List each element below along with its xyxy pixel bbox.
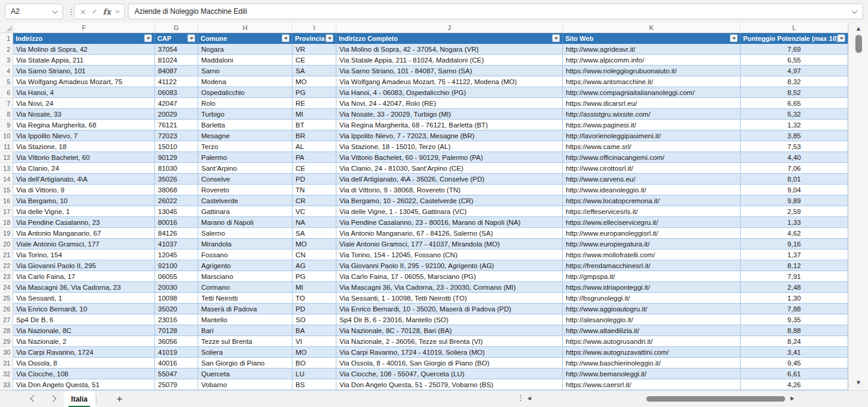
cell-indirizzo[interactable]: Via Sarno Striano, 101 [13, 66, 155, 76]
cell-comune[interactable]: Gattinara [198, 206, 293, 217]
cell-punteggio[interactable]: 8,88 [741, 325, 848, 336]
cell-cap[interactable]: 80016 [155, 217, 198, 228]
filter-button[interactable] [837, 34, 845, 42]
cell-punteggio[interactable]: 4,62 [741, 228, 848, 239]
cell-punteggio[interactable]: 2,59 [741, 206, 848, 217]
cell-provincia[interactable]: TO [293, 293, 336, 304]
row-number[interactable]: 25 [0, 293, 13, 304]
cell-indirizzo-completo[interactable]: Via Nosate, 33 - 20029, Turbigo (MI) [336, 109, 563, 120]
cell-indirizzo-completo[interactable]: Via Sarno Striano, 101 - 84087, Sarno (S… [336, 66, 563, 76]
row-number[interactable]: 2 [0, 44, 13, 55]
cell-indirizzo-completo[interactable]: Via Clanio, 24 - 81030, Sant’Arpino (CE) [336, 163, 563, 174]
cell-provincia[interactable]: RE [293, 98, 336, 109]
cell-punteggio[interactable]: 7,53 [741, 141, 848, 152]
cell-sito-web[interactable]: http://www.europanoleggisrl.it/ [563, 228, 741, 239]
cell-sito-web[interactable]: http://www.compagniaitaliananoleggi.com/ [563, 87, 741, 98]
cell-provincia[interactable]: SA [293, 228, 336, 239]
cell-indirizzo-completo[interactable]: Via Carpi Ravarino, 1724 - 41019, Solier… [336, 347, 563, 358]
cell-comune[interactable]: Agrigento [198, 260, 293, 271]
header-cell-indirizzo-completo[interactable]: Indirizzo Completo [336, 33, 563, 44]
cell-punteggio[interactable]: 9,16 [741, 239, 848, 249]
scroll-left-icon[interactable]: ◀ [527, 396, 531, 401]
header-cell-indirizzo[interactable]: Indirizzo [13, 33, 155, 44]
cell-punteggio[interactable]: 7,69 [741, 44, 848, 55]
cell-comune[interactable]: Turbigo [198, 109, 293, 120]
cell-cap[interactable]: 35020 [155, 304, 198, 314]
cell-cap[interactable]: 20030 [155, 282, 198, 293]
cell-indirizzo[interactable]: Via Nosate, 33 [13, 109, 155, 120]
row-number[interactable]: 11 [0, 141, 13, 152]
cell-indirizzo-completo[interactable]: Via Molino di Sopra, 42 - 37054, Nogara … [336, 44, 563, 55]
cell-indirizzo[interactable]: Via Carlo Faina, 17 [13, 271, 155, 282]
cell-sito-web[interactable]: https://frendamacchinesrl.it/ [563, 260, 741, 271]
cell-indirizzo-completo[interactable]: Via Ippolito Nievo, 7 - 72023, Mesagne (… [336, 130, 563, 141]
cell-indirizzo[interactable]: Via Vittorio Bachelet, 60 [13, 152, 155, 163]
cell-comune[interactable]: Mesagne [198, 130, 293, 141]
cell-indirizzo-completo[interactable]: Via Regina Margherita, 68 - 76121, Barle… [336, 120, 563, 130]
cell-indirizzo[interactable]: Via di Vittorio, 9 [13, 185, 155, 195]
header-cell-sito-web[interactable]: Sito Web [563, 33, 741, 44]
cell-indirizzo-completo[interactable]: Via Antonio Manganario, 67 - 84126, Sale… [336, 228, 563, 239]
cell-provincia[interactable]: NA [293, 217, 336, 228]
filter-button[interactable] [730, 34, 738, 42]
cell-indirizzo[interactable]: Via Enrico Bernardi, 10 [13, 304, 155, 314]
cell-provincia[interactable]: MO [293, 76, 336, 87]
cell-sito-web[interactable]: http://www.cirottosrl.it/ [563, 163, 741, 174]
cell-cap[interactable]: 72023 [155, 130, 198, 141]
cell-comune[interactable]: Modena [198, 76, 293, 87]
cell-punteggio[interactable]: 8,32 [741, 76, 848, 87]
cell-indirizzo[interactable]: Via Novi, 24 [13, 98, 155, 109]
column-letter-I[interactable]: I [293, 23, 336, 32]
cell-indirizzo[interactable]: Via Bergamo, 10 [13, 195, 155, 206]
cell-sito-web[interactable]: http://gmpspa.it/ [563, 271, 741, 282]
row-number[interactable]: 28 [0, 325, 13, 336]
row-number[interactable]: 31 [0, 358, 13, 369]
cell-indirizzo-completo[interactable]: Via Vittorio Bachelet, 60 - 90129, Paler… [336, 152, 563, 163]
cell-indirizzo-completo[interactable]: Via Nazionale, 8C - 70128, Bari (BA) [336, 325, 563, 336]
cell-punteggio[interactable]: 7,88 [741, 304, 848, 314]
cell-indirizzo-completo[interactable]: Via Mascagni 36, Via Cadorna, 23 - 20030… [336, 282, 563, 293]
cell-comune[interactable]: Maserà di Padova [198, 304, 293, 314]
cell-cap[interactable]: 41019 [155, 347, 198, 358]
cell-provincia[interactable]: AG [293, 260, 336, 271]
next-sheet-icon[interactable] [49, 395, 56, 402]
row-number[interactable]: 33 [0, 379, 13, 390]
horizontal-scrollbar-thumb[interactable] [646, 396, 785, 402]
cell-provincia[interactable]: CE [293, 55, 336, 66]
cell-provincia[interactable]: PD [293, 304, 336, 314]
cell-cap[interactable]: 13045 [155, 206, 198, 217]
cell-provincia[interactable]: PA [293, 152, 336, 163]
cell-indirizzo[interactable]: Via Hanoi, 4 [13, 87, 155, 98]
filter-button[interactable] [144, 34, 152, 42]
cell-punteggio[interactable]: 9,89 [741, 195, 848, 206]
cell-comune[interactable]: Ospedalicchio [198, 87, 293, 98]
cell-cap[interactable]: 84126 [155, 228, 198, 239]
cell-indirizzo[interactable]: Via Don Angelo Questa, 51 [13, 379, 155, 390]
cell-cap[interactable]: 35026 [155, 174, 198, 185]
row-number[interactable]: 1 [0, 33, 13, 44]
cell-provincia[interactable]: VR [293, 44, 336, 55]
cell-provincia[interactable]: MO [293, 347, 336, 358]
cell-indirizzo[interactable]: Via Nazionale, 2 [13, 336, 155, 347]
cell-comune[interactable]: Terzo [198, 141, 293, 152]
cell-indirizzo[interactable]: Via Regina Margherita, 68 [13, 120, 155, 130]
cell-cap[interactable]: 81030 [155, 163, 198, 174]
column-letter-F[interactable]: F [13, 23, 155, 32]
filter-button[interactable] [187, 34, 195, 42]
cell-indirizzo-completo[interactable]: Via Nazionale, 2 - 36056, Tezze sul Bren… [336, 336, 563, 347]
cell-sito-web[interactable]: https://www.antsmacchine.it/ [563, 76, 741, 87]
filter-button[interactable] [552, 34, 560, 42]
cell-cap[interactable]: 15010 [155, 141, 198, 152]
header-cell-comune[interactable]: Comune [198, 33, 293, 44]
cell-indirizzo[interactable]: Via Stazione, 18 [13, 141, 155, 152]
cell-punteggio[interactable]: 4,26 [741, 379, 848, 390]
cell-sito-web[interactable]: https://www.mollofratelli.com/ [563, 249, 741, 260]
row-number[interactable]: 17 [0, 206, 13, 217]
cell-punteggio[interactable]: 6,55 [741, 55, 848, 66]
cell-punteggio[interactable]: 4,97 [741, 66, 848, 76]
cell-indirizzo-completo[interactable]: Via Carlo Faina, 17 - 06055, Marsciano (… [336, 271, 563, 282]
chevron-down-icon[interactable] [115, 8, 120, 13]
cell-comune[interactable]: Castelverde [198, 195, 293, 206]
cell-cap[interactable]: 26022 [155, 195, 198, 206]
cell-provincia[interactable]: MO [293, 239, 336, 249]
